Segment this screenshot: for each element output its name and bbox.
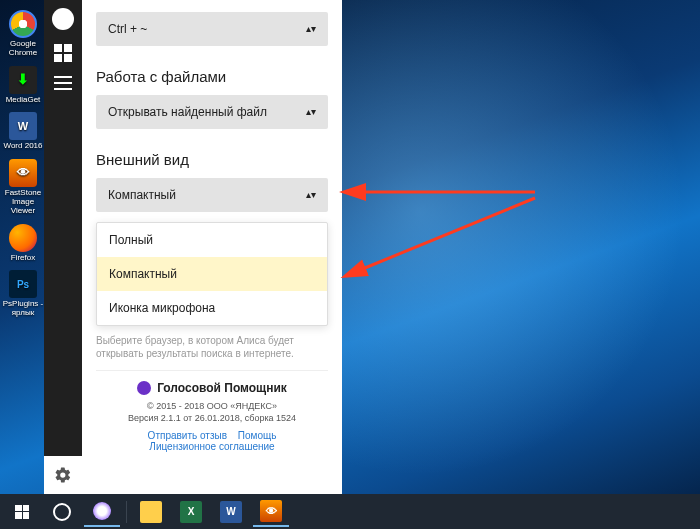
desktop-icon-label: Google Chrome xyxy=(9,39,37,57)
settings-panel: Ctrl + ~ ▴▾ Работа с файлами Открывать н… xyxy=(82,0,342,494)
appearance-select[interactable]: Компактный ▴▾ xyxy=(96,178,328,212)
panel-footer: Голосовой Помощник © 2015 - 2018 ООО «ЯН… xyxy=(96,370,328,452)
desktop-icon-label: MediaGet xyxy=(6,95,41,104)
taskbar-excel[interactable] xyxy=(173,497,209,527)
desktop-icon-label: Word 2016 xyxy=(4,141,43,150)
taskbar-explorer[interactable] xyxy=(133,497,169,527)
desktop-icon-word[interactable]: Word 2016 xyxy=(2,112,44,151)
firefox-icon xyxy=(9,224,37,252)
download-icon xyxy=(9,66,37,94)
chevron-updown-icon: ▴▾ xyxy=(306,190,316,200)
desktop-icon-label: Firefox xyxy=(11,253,35,262)
feedback-link[interactable]: Отправить отзыв xyxy=(148,430,227,441)
taskbar-assistant[interactable] xyxy=(84,497,120,527)
desktop-icon-label: PsPlugins - ярлык xyxy=(3,299,43,317)
chevron-updown-icon: ▴▾ xyxy=(306,24,316,34)
assistant-side-strip xyxy=(44,0,82,494)
desktop-icon-mediaget[interactable]: MediaGet xyxy=(2,66,44,105)
appearance-section-title: Внешний вид xyxy=(96,151,328,168)
desktop-icon-chrome[interactable]: Google Chrome xyxy=(2,10,44,58)
folder-icon xyxy=(140,501,162,523)
files-action-select[interactable]: Открывать найденный файл ▴▾ xyxy=(96,95,328,129)
files-section-title: Работа с файлами xyxy=(96,68,328,85)
browser-hint-text: Выберите браузер, в котором Алиса будет … xyxy=(96,334,328,360)
copyright-text: © 2015 - 2018 ООО «ЯНДЕКС» xyxy=(96,401,328,413)
appearance-dropdown: Полный Компактный Иконка микрофона xyxy=(96,222,328,326)
help-link[interactable]: Помощь xyxy=(238,430,277,441)
assistant-logo-icon[interactable] xyxy=(52,8,74,30)
desktop-icon-firefox[interactable]: Firefox xyxy=(2,224,44,263)
chevron-updown-icon: ▴▾ xyxy=(306,107,316,117)
gear-icon xyxy=(54,466,72,484)
appearance-option-full[interactable]: Полный xyxy=(97,223,327,257)
assistant-dot-icon xyxy=(137,381,151,395)
files-action-value: Открывать найденный файл xyxy=(108,105,267,119)
appearance-option-mic-icon[interactable]: Иконка микрофона xyxy=(97,291,327,325)
apps-grid-icon[interactable] xyxy=(54,44,72,62)
taskbar-word[interactable] xyxy=(213,497,249,527)
windows-logo-icon xyxy=(15,505,29,519)
word-icon xyxy=(220,501,242,523)
taskbar xyxy=(0,494,700,529)
hotkey-value: Ctrl + ~ xyxy=(108,22,147,36)
photoshop-icon xyxy=(9,270,37,298)
version-text: Версия 2.1.1 от 26.01.2018, сборка 1524 xyxy=(96,413,328,425)
license-link[interactable]: Лицензионное соглашение xyxy=(149,441,274,452)
assistant-icon xyxy=(93,502,111,520)
cortana-button[interactable] xyxy=(44,497,80,527)
appearance-option-compact[interactable]: Компактный xyxy=(97,257,327,291)
eye-icon xyxy=(9,159,37,187)
appearance-value: Компактный xyxy=(108,188,176,202)
settings-button[interactable] xyxy=(44,456,82,494)
circle-icon xyxy=(53,503,71,521)
hotkey-select[interactable]: Ctrl + ~ ▴▾ xyxy=(96,12,328,46)
taskbar-separator xyxy=(126,501,127,523)
start-button[interactable] xyxy=(4,497,40,527)
eye-icon xyxy=(260,500,282,522)
desktop-icon-label: FastStone Image Viewer xyxy=(5,188,41,215)
footer-title: Голосовой Помощник xyxy=(157,381,287,395)
word-icon xyxy=(9,112,37,140)
excel-icon xyxy=(180,501,202,523)
desktop-icons: Google Chrome MediaGet Word 2016 FastSto… xyxy=(2,10,44,318)
desktop-icon-faststone[interactable]: FastStone Image Viewer xyxy=(2,159,44,215)
menu-icon[interactable] xyxy=(54,76,72,90)
taskbar-faststone[interactable] xyxy=(253,497,289,527)
desktop-icon-psplugins[interactable]: PsPlugins - ярлык xyxy=(2,270,44,318)
chrome-icon xyxy=(9,10,37,38)
